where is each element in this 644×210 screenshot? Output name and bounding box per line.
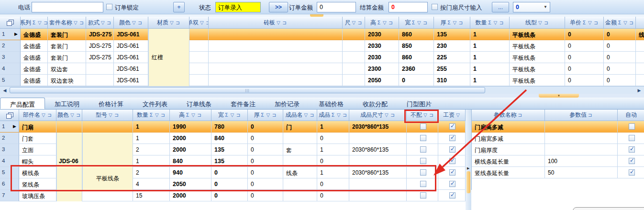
cell-wage[interactable] xyxy=(438,121,466,133)
wage-checkbox[interactable] xyxy=(449,192,455,199)
cell-empty[interactable] xyxy=(189,75,209,86)
cell-width[interactable]: 860 xyxy=(399,52,434,63)
order-lock-checkbox[interactable] xyxy=(106,4,112,10)
cell-color[interactable]: JDS-061 xyxy=(114,29,148,40)
col-product-name[interactable]: 成品名▽ ⊐ xyxy=(283,110,317,121)
table-row[interactable]: 门扇厚度 xyxy=(472,144,644,155)
cell-not-assign[interactable] xyxy=(407,144,438,155)
cell-unit-price[interactable]: 0 xyxy=(565,29,604,40)
cell-product-qty[interactable]: 0 xyxy=(317,155,349,167)
cell-height[interactable]: 2000 xyxy=(170,144,211,155)
cell-series[interactable]: 金德盛 xyxy=(21,29,48,40)
cell-height[interactable]: 1990 xyxy=(170,121,211,133)
cell-param-value[interactable]: 50 xyxy=(545,167,618,178)
cell-thickness[interactable]: 255 xyxy=(434,63,470,75)
cell-empty[interactable] xyxy=(209,52,343,63)
col-qty[interactable]: 数量Σ ▽ ⊐ xyxy=(133,110,170,121)
cell-width[interactable]: 850 xyxy=(399,40,434,52)
cell-empty[interactable] xyxy=(343,29,365,40)
cell-unit-price[interactable]: 0 xyxy=(565,40,604,52)
wage-checkbox[interactable] xyxy=(449,135,455,141)
cell-empty[interactable] xyxy=(343,75,365,86)
cell-product-qty[interactable]: 1 xyxy=(317,167,349,178)
table-row[interactable]: 3 金德盛 套装门 JDS-275 JDS-061 2030 860 225 1… xyxy=(0,52,644,63)
filter-pin-icons[interactable]: ▽ ⊐ xyxy=(277,20,287,25)
cell-empty[interactable] xyxy=(189,52,209,63)
cell-width[interactable]: 0 xyxy=(211,178,248,190)
cell-product-qty[interactable]: 0 xyxy=(317,190,349,201)
col-color[interactable]: 颜色▽ ⊐ xyxy=(56,110,82,121)
filter-pin-icons[interactable]: ▽ ⊐ xyxy=(42,112,52,118)
cell-not-assign[interactable] xyxy=(407,167,438,178)
cell-amount[interactable]: 0 xyxy=(604,75,636,86)
cell-thickness[interactable]: 0 xyxy=(248,121,283,133)
cell-product-size[interactable] xyxy=(349,155,407,167)
tab-door-image[interactable]: 门型图片 xyxy=(397,98,441,109)
not-assign-checkbox[interactable] xyxy=(420,158,426,164)
wage-checkbox[interactable] xyxy=(449,123,455,130)
col-amount[interactable]: 金额Σ ▽ ⊐ xyxy=(604,17,636,29)
cell-height[interactable]: 2050 xyxy=(365,75,399,86)
cell-auto[interactable] xyxy=(618,121,644,133)
cell-qty[interactable]: 4 xyxy=(133,178,170,190)
cell-height[interactable]: 2030 xyxy=(365,40,399,52)
auto-checkbox[interactable] xyxy=(629,169,635,176)
cell-amount[interactable]: 0 xyxy=(604,52,636,63)
col-part-name[interactable]: 部件名▽ ⊐ xyxy=(19,110,56,121)
cell-product-name[interactable] xyxy=(283,133,317,144)
cell-height[interactable]: 940 xyxy=(170,167,211,178)
top-grid-hscrollbar[interactable]: ◀ ||| ▶ xyxy=(0,86,644,94)
cell-line-type[interactable]: 平板线条 xyxy=(510,52,565,63)
sum-filter-pin-icons[interactable]: Σ ▽ ⊐ xyxy=(261,112,277,118)
cell-qty[interactable]: 2 xyxy=(133,167,170,178)
cell-amount[interactable]: 0 xyxy=(604,29,636,40)
cell-wage[interactable] xyxy=(438,155,466,167)
cell-model[interactable] xyxy=(82,121,133,133)
cell-width[interactable]: 780 xyxy=(211,121,248,133)
col-brick-board[interactable]: 砖板▽ ⊐ xyxy=(209,17,343,29)
selector-dropdown[interactable]: 0 ▼ xyxy=(513,2,550,12)
cell-thickness[interactable]: 310 xyxy=(434,75,470,86)
scroll-left-icon[interactable]: ◀ xyxy=(1,88,9,93)
cell-series[interactable]: 金德盛 xyxy=(21,40,48,52)
scroll-thumb[interactable]: ||| xyxy=(10,87,485,93)
tab-base-price[interactable]: 基础价格 xyxy=(309,98,353,109)
collapse-down-button[interactable]: ▼ xyxy=(539,94,579,98)
tab-file-list[interactable]: 文件列表 xyxy=(133,98,177,109)
tab-product-config[interactable]: 产品配置 xyxy=(0,98,45,109)
cell-param-value[interactable] xyxy=(545,133,618,144)
cell-product-qty[interactable]: 1 xyxy=(317,144,349,155)
model-merged-cell-empty[interactable] xyxy=(82,133,133,167)
col-unit-price[interactable]: 单价Σ ▽ ⊐ xyxy=(565,17,604,29)
col-material[interactable]: 材质▽ ⊐ xyxy=(148,17,189,29)
tab-order-lines[interactable]: 订单线条 xyxy=(177,98,221,109)
filter-pin-icons[interactable]: ▽ ⊐ xyxy=(101,20,111,25)
color-merged-cell[interactable]: JDS-06 xyxy=(56,133,82,201)
col-series[interactable]: 系列Σ ▽ ⊐ xyxy=(21,17,48,29)
cell-part-name[interactable]: 玻璃压条 xyxy=(19,190,56,201)
cell-product-size[interactable]: 2030*860*135 xyxy=(349,121,407,133)
cell-not-assign[interactable] xyxy=(407,133,438,144)
settlement-input[interactable]: 0 xyxy=(389,2,428,12)
cell-qty[interactable]: 1 xyxy=(470,29,510,40)
cell-product-name[interactable] xyxy=(283,190,317,201)
wage-checkbox[interactable] xyxy=(449,146,455,153)
plus-button[interactable]: + xyxy=(173,2,185,12)
row-number[interactable]: 5 xyxy=(0,75,21,86)
cell-width[interactable]: 135 xyxy=(211,144,248,155)
cell-part-name[interactable]: 竖线条 xyxy=(19,178,56,190)
not-assign-checkbox[interactable] xyxy=(420,169,426,176)
horizontal-splitter[interactable]: ▼ xyxy=(0,94,644,98)
cell-clipped[interactable] xyxy=(636,40,644,52)
cell-product-name[interactable]: 门 xyxy=(283,121,317,133)
cell-wage[interactable] xyxy=(438,178,466,190)
cell-height[interactable]: 2030 xyxy=(365,29,399,40)
cell-not-assign[interactable] xyxy=(407,178,438,190)
cell-wage[interactable] xyxy=(438,190,466,201)
col-width[interactable]: 宽Σ ▽ ⊐ xyxy=(211,110,248,121)
cell-product-name[interactable]: 线条 xyxy=(283,167,317,178)
cell-empty[interactable] xyxy=(209,40,343,52)
cell-qty[interactable]: 1 xyxy=(133,155,170,167)
cell-height[interactable]: 840 xyxy=(170,155,211,167)
cell-unit-price[interactable]: 0 xyxy=(565,75,604,86)
